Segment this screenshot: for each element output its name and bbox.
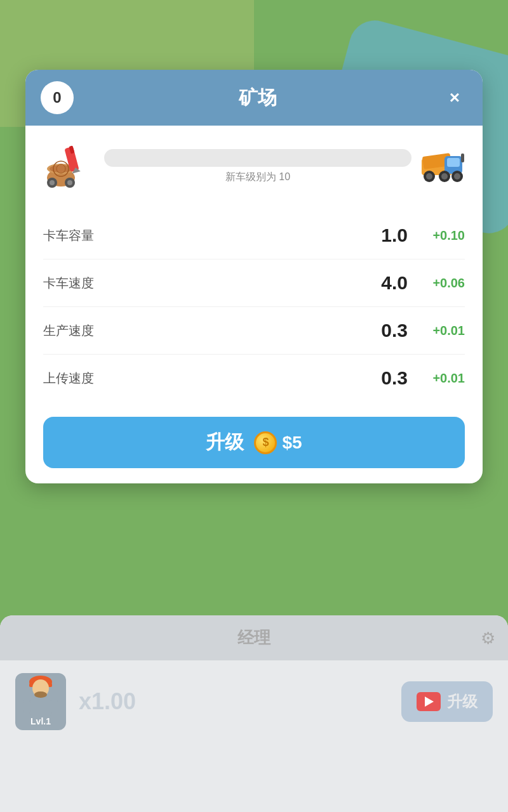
progress-label: 新车级别为 10 (104, 171, 411, 184)
manager-multiplier: x1.00 (79, 688, 389, 715)
svg-point-9 (50, 180, 55, 185)
stat-delta-truck-capacity: +0.10 (420, 228, 465, 243)
stat-row-upload-speed: 上传速度 0.3 +0.01 (43, 355, 465, 402)
svg-point-19 (441, 173, 448, 180)
play-icon (425, 697, 434, 707)
svg-point-17 (426, 173, 432, 180)
stat-label-truck-speed: 卡车速度 (43, 275, 94, 292)
stat-row-truck-speed: 卡车速度 4.0 +0.06 (43, 259, 465, 307)
close-button[interactable]: × (442, 85, 467, 110)
svg-rect-29 (51, 700, 58, 714)
top-section: 新车级别为 10 (43, 141, 465, 192)
stat-delta-truck-speed: +0.06 (420, 276, 465, 291)
stat-values-truck-capacity: 1.0 +0.10 (381, 225, 465, 246)
stat-delta-prod-speed: +0.01 (420, 324, 465, 338)
upgrade-cost: $ $5 (254, 431, 302, 454)
gear-icon[interactable]: ⚙ (481, 628, 495, 648)
video-icon (417, 692, 441, 711)
modal-title: 矿场 (74, 85, 442, 111)
manager-upgrade-button[interactable]: 升级 (401, 681, 493, 722)
progress-bar-container (104, 149, 411, 167)
stat-label-truck-capacity: 卡车容量 (43, 227, 94, 244)
manager-body: Lvl.1 x1.00 升级 (0, 660, 508, 749)
stat-values-truck-speed: 4.0 +0.06 (381, 272, 465, 294)
badge-value: 0 (53, 89, 61, 107)
svg-rect-15 (447, 158, 460, 167)
manager-header: 经理 ⚙ (0, 615, 508, 660)
manager-title: 经理 (237, 628, 271, 647)
svg-rect-22 (461, 154, 464, 162)
stat-row-prod-speed: 生产速度 0.3 +0.01 (43, 307, 465, 355)
svg-point-21 (454, 173, 460, 180)
stat-row-truck-capacity: 卡车容量 1.0 +0.10 (43, 212, 465, 259)
manager-level: Lvl.1 (30, 716, 51, 726)
svg-rect-27 (29, 700, 52, 716)
truck-icon (422, 150, 465, 183)
mine-icon (43, 141, 94, 192)
upgrade-cost-value: $5 (282, 433, 302, 453)
modal-header: 0 矿场 × (25, 70, 483, 126)
stat-value-prod-speed: 0.3 (381, 320, 408, 341)
coin-icon: $ (254, 431, 277, 454)
manager-panel: 经理 ⚙ Lvl.1 (0, 615, 508, 812)
stat-delta-upload-speed: +0.01 (420, 371, 465, 386)
stat-value-truck-capacity: 1.0 (381, 225, 408, 246)
stat-value-upload-speed: 0.3 (381, 367, 408, 389)
manager-upgrade-label: 升级 (447, 691, 478, 712)
stats-section: 卡车容量 1.0 +0.10 卡车速度 4.0 +0.06 生产速度 0.3 +… (43, 212, 465, 402)
svg-rect-28 (23, 700, 30, 714)
svg-point-11 (67, 180, 72, 185)
stat-label-prod-speed: 生产速度 (43, 322, 94, 339)
stat-label-upload-speed: 上传速度 (43, 370, 94, 387)
stat-values-prod-speed: 0.3 +0.01 (381, 320, 465, 341)
stat-values-upload-speed: 0.3 +0.01 (381, 367, 465, 389)
modal-badge: 0 (41, 81, 74, 114)
progress-area: 新车级别为 10 (104, 149, 411, 184)
upgrade-button[interactable]: 升级 $ $5 (43, 417, 465, 468)
manager-avatar: Lvl.1 (15, 673, 66, 730)
upgrade-button-label: 升级 (206, 429, 244, 455)
stat-value-truck-speed: 4.0 (381, 272, 408, 294)
avatar-person (15, 673, 66, 716)
svg-point-26 (34, 691, 47, 698)
modal-body: 新车级别为 10 (25, 126, 483, 483)
mine-modal: 0 矿场 × (25, 70, 483, 483)
